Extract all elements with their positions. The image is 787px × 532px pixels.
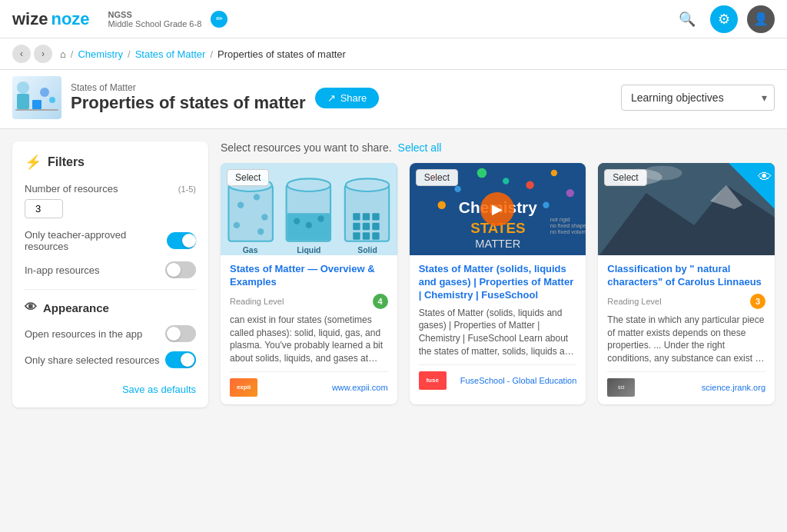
card-3-title: Classification by " natural characters" … bbox=[607, 263, 765, 289]
card-3-body: Classification by " natural characters" … bbox=[598, 255, 775, 404]
edit-button[interactable]: ✏ bbox=[211, 11, 227, 28]
appearance-heading: Appearance bbox=[43, 301, 109, 314]
card-1-footer: expii www.expii.com bbox=[230, 371, 388, 397]
card-3-select-button[interactable]: Select bbox=[604, 169, 646, 186]
svg-rect-28 bbox=[363, 223, 370, 230]
select-prompt: Select resources you want to share. bbox=[221, 141, 392, 154]
objectives-dropdown-wrapper: Learning objectivesAll resourcesMy resou… bbox=[621, 85, 775, 111]
card-1-description: can exist in four states (sometimes call… bbox=[230, 314, 388, 365]
svg-rect-32 bbox=[372, 232, 379, 239]
svg-text:Liquid: Liquid bbox=[297, 246, 320, 254]
breadcrumb-chemistry[interactable]: Chemistry bbox=[78, 48, 123, 60]
card-1-select-overlay: Select bbox=[227, 169, 269, 186]
resource-card-3: Select 👁 Classification by " natural cha… bbox=[598, 163, 775, 404]
card-2-play-button[interactable]: ▶ bbox=[480, 192, 514, 226]
resource-card-1: Gas Liquid bbox=[221, 163, 397, 404]
card-3-description: The state in which any particular piece … bbox=[607, 314, 765, 365]
card-2-body: States of Matter (solids, liquids and ga… bbox=[410, 255, 586, 397]
card-3-source-url: science.jrank.org bbox=[702, 383, 765, 392]
sep2: / bbox=[128, 48, 131, 60]
card-3-reading-level-row: Reading Level 3 bbox=[607, 294, 765, 309]
resource-card-2: Chemistry STATES MATTER not rigid no fix… bbox=[410, 163, 586, 404]
teacher-approved-slider bbox=[167, 232, 196, 249]
share-button[interactable]: ↗ Share bbox=[315, 88, 380, 108]
teacher-approved-toggle[interactable] bbox=[167, 232, 196, 249]
play-icon: ▶ bbox=[492, 201, 503, 218]
svg-point-20 bbox=[317, 215, 324, 221]
teacher-approved-label: Only teacher-approved resources bbox=[25, 229, 167, 252]
card-2-image: Chemistry STATES MATTER not rigid no fix… bbox=[410, 163, 586, 255]
share-selected-slider bbox=[165, 351, 196, 368]
cards-grid: Gas Liquid bbox=[221, 163, 775, 404]
card-1-source-url: www.expii.com bbox=[332, 383, 388, 392]
svg-rect-7 bbox=[228, 185, 272, 241]
header: wizenoze NGSS Middle School Grade 6-8 ✏ … bbox=[0, 0, 787, 38]
filters-header: ⚡ Filters bbox=[25, 154, 196, 171]
objectives-select-wrapper: Learning objectivesAll resourcesMy resou… bbox=[621, 85, 775, 111]
select-all-button[interactable]: Select all bbox=[398, 141, 442, 154]
save-defaults-button[interactable]: Save as defaults bbox=[122, 384, 196, 395]
resources-area: Select resources you want to share. Sele… bbox=[221, 141, 775, 407]
card-2-source-url: FuseSchool - Global Education bbox=[460, 376, 577, 385]
sep3: / bbox=[210, 48, 213, 60]
number-of-resources-label: Number of resources bbox=[25, 183, 118, 195]
svg-point-53 bbox=[643, 166, 682, 181]
forward-button[interactable]: › bbox=[34, 45, 52, 63]
breadcrumb-states-of-matter[interactable]: States of Matter bbox=[135, 48, 206, 60]
svg-point-42 bbox=[437, 201, 445, 209]
svg-point-41 bbox=[503, 178, 509, 184]
svg-text:Solid: Solid bbox=[357, 246, 377, 254]
svg-rect-31 bbox=[363, 232, 370, 239]
logo: wizenoze bbox=[12, 9, 90, 29]
svg-point-37 bbox=[477, 168, 486, 178]
svg-point-36 bbox=[454, 186, 460, 192]
svg-point-1 bbox=[17, 81, 29, 94]
open-in-app-slider bbox=[165, 325, 196, 342]
filters-heading: Filters bbox=[48, 155, 85, 169]
card-2-source-icon: fuse bbox=[419, 371, 447, 390]
number-of-resources-label-row: Number of resources (1-5) bbox=[25, 183, 196, 195]
svg-rect-24 bbox=[353, 213, 360, 220]
card-3-image: Select 👁 bbox=[598, 163, 775, 255]
svg-rect-30 bbox=[353, 232, 360, 239]
svg-rect-25 bbox=[363, 213, 370, 220]
card-3-select-overlay: Select bbox=[604, 169, 646, 186]
user-icon: 👤 bbox=[753, 12, 769, 26]
search-icon: 🔍 bbox=[679, 11, 696, 28]
svg-point-4 bbox=[49, 97, 55, 103]
svg-point-10 bbox=[254, 194, 260, 200]
avatar-button[interactable]: 👤 bbox=[747, 5, 775, 33]
svg-text:MATTER: MATTER bbox=[475, 238, 520, 250]
card-1-title: States of Matter — Overview & Examples bbox=[230, 263, 388, 289]
filters-sidebar: ⚡ Filters Number of resources (1-5) Only… bbox=[12, 141, 208, 407]
logo-wize-text: wize bbox=[12, 9, 48, 29]
in-app-slider bbox=[165, 261, 196, 278]
in-app-resources-row: In-app resources bbox=[25, 261, 196, 278]
in-app-resources-label: In-app resources bbox=[25, 264, 100, 276]
topic-svg bbox=[15, 78, 58, 117]
open-in-app-toggle[interactable] bbox=[165, 325, 196, 342]
number-of-resources-row: Number of resources (1-5) bbox=[25, 183, 196, 218]
search-button[interactable]: 🔍 bbox=[673, 5, 701, 33]
svg-text:Gas: Gas bbox=[243, 246, 258, 254]
in-app-toggle[interactable] bbox=[165, 261, 196, 278]
card-1-reading-level-badge: 4 bbox=[373, 294, 388, 309]
card-1-body: States of Matter — Overview & Examples R… bbox=[221, 255, 397, 404]
page-title: Properties of states of matter bbox=[71, 93, 306, 113]
page-title-section: States of Matter Properties of states of… bbox=[0, 70, 787, 129]
card-1-select-button[interactable]: Select bbox=[227, 169, 269, 186]
card-2-select-button[interactable]: Select bbox=[416, 169, 458, 186]
number-of-resources-input[interactable] bbox=[25, 199, 63, 218]
share-selected-label: Only share selected resources bbox=[25, 354, 160, 366]
main-content: ⚡ Filters Number of resources (1-5) Only… bbox=[0, 129, 787, 420]
card-2-select-overlay: Select bbox=[416, 169, 458, 186]
objectives-select[interactable]: Learning objectivesAll resourcesMy resou… bbox=[621, 85, 775, 111]
svg-point-12 bbox=[234, 222, 240, 228]
settings-button[interactable]: ⚙ bbox=[710, 5, 738, 33]
share-selected-toggle[interactable] bbox=[165, 351, 196, 368]
svg-point-40 bbox=[566, 189, 573, 197]
svg-point-11 bbox=[261, 214, 267, 220]
back-button[interactable]: ‹ bbox=[12, 45, 31, 63]
forward-icon: › bbox=[42, 48, 45, 59]
back-icon: ‹ bbox=[20, 48, 23, 59]
